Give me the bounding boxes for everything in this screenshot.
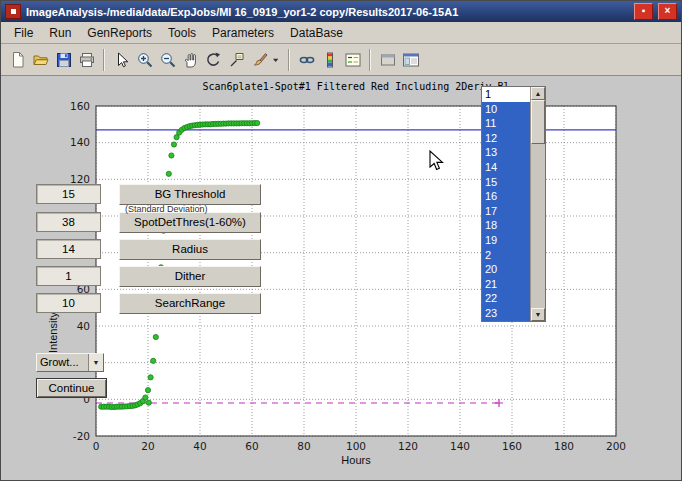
growth-mode-select[interactable]: Growt... ▼ <box>36 353 104 372</box>
spotdetthres-input[interactable]: 38 <box>36 212 101 232</box>
listbox-item[interactable]: 10 <box>482 102 530 117</box>
listbox-item[interactable]: 17 <box>482 204 530 219</box>
menu-file[interactable]: File <box>6 23 41 43</box>
listbox-item[interactable]: 13 <box>482 145 530 160</box>
edit-plot-button[interactable] <box>110 48 133 72</box>
svg-text:100: 100 <box>346 440 366 452</box>
toolbar-separator <box>369 49 371 71</box>
scroll-up-icon[interactable]: ▲ <box>531 87 545 100</box>
print-icon <box>78 51 96 69</box>
menu-database[interactable]: DataBase <box>282 23 351 43</box>
pan-icon <box>182 51 200 69</box>
listbox-item[interactable]: 23 <box>482 306 530 321</box>
listbox-item[interactable]: 2 <box>482 248 530 263</box>
svg-text:160: 160 <box>502 440 522 452</box>
svg-text:160: 160 <box>70 100 90 112</box>
listbox-item[interactable]: 15 <box>482 175 530 190</box>
y-axis-label: Intensity <box>47 312 59 353</box>
menu-parameters[interactable]: Parameters <box>204 23 282 43</box>
scroll-down-icon[interactable]: ▼ <box>531 308 545 321</box>
svg-text:140: 140 <box>70 136 90 148</box>
save-icon <box>55 51 73 69</box>
toolbar-separator <box>288 49 290 71</box>
edit-plot-icon <box>113 51 131 69</box>
hide-plot-tools-icon <box>379 51 397 69</box>
show-plot-tools-button[interactable] <box>399 48 422 72</box>
zoom-out-button[interactable] <box>156 48 179 72</box>
show-plot-tools-icon <box>402 51 420 69</box>
listbox-item[interactable]: 14 <box>482 160 530 175</box>
svg-text:180: 180 <box>554 440 574 452</box>
menu-run[interactable]: Run <box>41 23 79 43</box>
insert-colorbar-icon <box>321 51 339 69</box>
mouse-cursor <box>429 150 445 172</box>
continue-button[interactable]: Continue <box>36 378 107 398</box>
scrollbar-thumb[interactable] <box>531 100 545 144</box>
svg-text:40: 40 <box>193 440 206 452</box>
listbox-item[interactable]: 12 <box>482 131 530 146</box>
svg-text:40: 40 <box>77 320 90 332</box>
insert-legend-button[interactable] <box>341 48 364 72</box>
dither-input[interactable]: 1 <box>36 266 101 286</box>
link-plot-button[interactable] <box>295 48 318 72</box>
bg-threshold-button[interactable]: BG Threshold <box>119 184 261 205</box>
window-menu-icon[interactable] <box>5 4 21 19</box>
listbox-item[interactable]: 16 <box>482 189 530 204</box>
svg-text:-20: -20 <box>73 430 90 442</box>
listbox-scrollbar[interactable]: ▲ ▼ <box>530 87 545 321</box>
svg-text:120: 120 <box>398 440 418 452</box>
listbox-item[interactable]: 1 <box>482 87 530 102</box>
save-button[interactable] <box>52 48 75 72</box>
title-bar: ImageAnalysis-/media/data/ExpJobs/MI 16_… <box>1 1 681 22</box>
insert-colorbar-button[interactable] <box>318 48 341 72</box>
x-axis-label: Hours <box>96 454 616 466</box>
brush-icon <box>251 51 269 69</box>
pan-button[interactable] <box>179 48 202 72</box>
zoom-out-icon <box>159 51 177 69</box>
svg-text:80: 80 <box>297 440 310 452</box>
dither-button[interactable]: Dither <box>119 266 261 287</box>
listbox-item[interactable]: 22 <box>482 291 530 306</box>
bg-threshold-input[interactable]: 15 <box>36 184 101 204</box>
listbox-item[interactable]: 21 <box>482 277 530 292</box>
open-folder-button[interactable] <box>29 48 52 72</box>
toolbar <box>1 44 681 76</box>
dropdown-arrow-icon: ▼ <box>88 354 103 371</box>
minimize-button[interactable]: ▪ <box>634 3 653 20</box>
zoom-in-icon <box>136 51 154 69</box>
svg-text:200: 200 <box>606 440 626 452</box>
spotdetthres-button[interactable]: SpotDetThres(1-60%) <box>119 212 261 233</box>
growth-mode-value: Growt... <box>37 354 88 371</box>
toolbar-separator <box>103 49 105 71</box>
menu-genreports[interactable]: GenReports <box>79 23 160 43</box>
data-cursor-button[interactable] <box>225 48 248 72</box>
radius-button[interactable]: Radius <box>119 239 261 260</box>
menu-tools[interactable]: Tools <box>160 23 204 43</box>
searchrange-button[interactable]: SearchRange <box>119 293 261 314</box>
brush-dropdown-icon <box>271 51 283 69</box>
spot-listbox[interactable]: 110111213141516171819220212223 ▲ ▼ <box>481 86 546 322</box>
rotate-3d-button[interactable] <box>202 48 225 72</box>
print-button[interactable] <box>75 48 98 72</box>
brush-button[interactable] <box>248 48 271 72</box>
link-plot-icon <box>298 51 316 69</box>
window-title: ImageAnalysis-/media/data/ExpJobs/MI 16_… <box>26 6 629 18</box>
hide-plot-tools-button[interactable] <box>376 48 399 72</box>
listbox-item[interactable]: 20 <box>482 262 530 277</box>
radius-input[interactable]: 14 <box>36 239 101 259</box>
insert-legend-icon <box>344 51 362 69</box>
searchrange-input[interactable]: 10 <box>36 293 101 313</box>
menu-bar: FileRunGenReportsToolsParametersDataBase <box>1 22 681 44</box>
new-file-button[interactable] <box>6 48 29 72</box>
listbox-item[interactable]: 11 <box>482 116 530 131</box>
listbox-item[interactable]: 18 <box>482 218 530 233</box>
zoom-in-button[interactable] <box>133 48 156 72</box>
close-button[interactable]: × <box>658 3 677 20</box>
listbox-item[interactable]: 19 <box>482 233 530 248</box>
data-cursor-icon <box>228 51 246 69</box>
open-folder-icon <box>32 51 50 69</box>
app-window: ImageAnalysis-/media/data/ExpJobs/MI 16_… <box>0 0 682 481</box>
brush-dropdown-button[interactable] <box>271 48 283 72</box>
rotate-3d-icon <box>205 51 223 69</box>
svg-text:0: 0 <box>93 440 100 452</box>
